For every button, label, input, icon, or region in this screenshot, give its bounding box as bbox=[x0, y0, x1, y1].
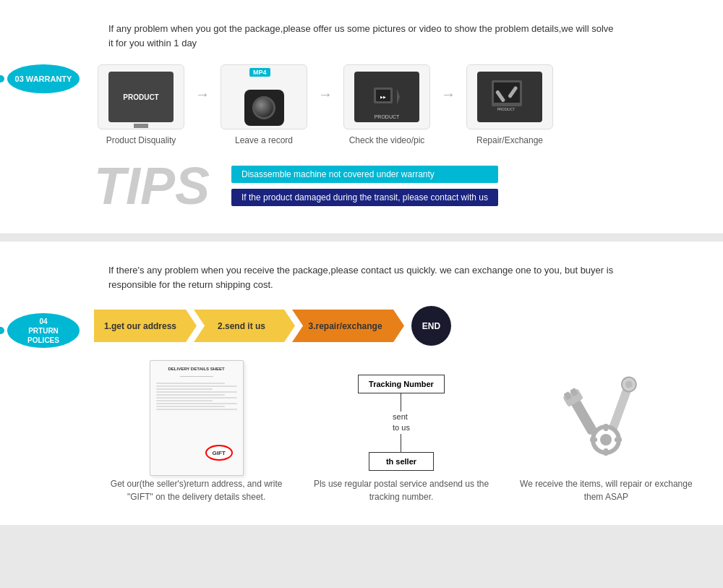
process-step-3-label: 3.repair/exchange bbox=[309, 321, 382, 331]
repair-image bbox=[548, 367, 664, 469]
sheet-subtitle: ───────────── bbox=[156, 374, 237, 378]
video-icon: ▶▶ PRODUCT bbox=[354, 72, 419, 122]
sheet-line bbox=[156, 391, 237, 393]
warranty-steps-row: PRODUCT Product Disquality → MP4 bbox=[94, 64, 557, 145]
return-badge-line2: PRTURN bbox=[28, 326, 59, 336]
step-video: ▶▶ PRODUCT Check the video/pic bbox=[340, 64, 434, 145]
delivery-sheet: DELIVERY DETAILS SHEET ───────────── bbox=[150, 360, 244, 476]
svg-text:PRODUCT: PRODUCT bbox=[497, 107, 515, 111]
product-icon-label: PRODUCT bbox=[123, 93, 158, 101]
step-repair-icon-box: PRODUCT bbox=[466, 64, 553, 129]
svg-rect-20 bbox=[590, 438, 597, 442]
step-product-icon-box: PRODUCT bbox=[98, 64, 184, 129]
end-circle: END bbox=[411, 306, 451, 346]
tools-icon: PRODUCT bbox=[477, 72, 542, 122]
return-badge: 04 PRTURN POLICES bbox=[7, 313, 80, 348]
sheet-line bbox=[156, 400, 213, 401]
video-product-label: PRODUCT bbox=[375, 114, 400, 119]
tips-boxes: Disassemble machine not covered under wa… bbox=[231, 166, 498, 206]
sheet-line bbox=[156, 385, 237, 387]
warranty-badge-text: 03 WARRANTY bbox=[15, 74, 72, 83]
tracking-number-box: Tracking Number bbox=[358, 375, 445, 393]
process-step-2: 2.send it us bbox=[194, 310, 295, 342]
step-camera-icon-box: MP4 bbox=[221, 64, 307, 129]
camera-icon: MP4 bbox=[235, 68, 293, 126]
arrow-1: → bbox=[195, 86, 210, 103]
return-section: If there's any problem when you receive … bbox=[0, 242, 723, 525]
delivery-sheet-image: DELIVERY DETAILS SHEET ───────────── bbox=[139, 367, 254, 469]
track-line-1 bbox=[401, 393, 401, 412]
tracking-left: sent to us th seller bbox=[354, 393, 448, 471]
sheet-line bbox=[156, 406, 225, 407]
tips-section: TIPS Disassemble machine not covered und… bbox=[94, 160, 498, 212]
step-video-icon-box: ▶▶ PRODUCT bbox=[343, 64, 430, 129]
return-intro-text: If there's any problem when you receive … bbox=[0, 256, 723, 306]
tip-1: Disassemble machine not covered under wa… bbox=[231, 166, 498, 183]
step-product-label: Product Disquality bbox=[106, 135, 176, 145]
repair-svg bbox=[559, 375, 653, 461]
process-row: 1.get our address 2.send it us 3.repair/… bbox=[94, 306, 709, 346]
warranty-steps-container: PRODUCT Product Disquality → MP4 bbox=[94, 64, 723, 212]
screwdriver-group bbox=[606, 375, 638, 433]
seller-box: th seller bbox=[369, 452, 434, 471]
warranty-body: 03 WARRANTY PRODUCT Product Disquality → bbox=[0, 64, 723, 212]
svg-rect-21 bbox=[615, 438, 622, 442]
warranty-label: 03 WARRANTY bbox=[0, 64, 94, 93]
sheet-line bbox=[156, 394, 225, 396]
repair-item: We receive the items, will repair or exc… bbox=[511, 367, 701, 503]
sent-label: sent to us bbox=[393, 412, 410, 434]
return-badge-line3: POLICES bbox=[27, 336, 59, 345]
tracking-caption: Pls use regular postal service andsend u… bbox=[306, 477, 496, 503]
step-repair: PRODUCT Repair/Exchange bbox=[463, 64, 557, 145]
svg-rect-18 bbox=[604, 424, 608, 431]
sheet-line bbox=[156, 397, 237, 399]
track-line-2 bbox=[401, 434, 401, 452]
svg-marker-1 bbox=[397, 89, 400, 105]
process-step-2-label: 2.send it us bbox=[218, 321, 265, 331]
warranty-badge: 03 WARRANTY bbox=[7, 64, 80, 93]
sheet-line bbox=[156, 403, 237, 404]
tip-2: If the product damaged during the transi… bbox=[231, 189, 498, 206]
sheet-title: DELIVERY DETAILS SHEET bbox=[156, 367, 237, 371]
mp4-badge: MP4 bbox=[249, 68, 270, 77]
tracking-flow: sent to us th seller bbox=[354, 393, 448, 471]
step-video-label: Check the video/pic bbox=[349, 135, 425, 145]
tracking-image: Tracking Number sent to us th seller bbox=[343, 367, 459, 469]
repair-tools-icon bbox=[559, 375, 653, 461]
process-step-1: 1.get our address bbox=[94, 310, 197, 342]
tracking-diagram: Tracking Number sent to us th seller bbox=[354, 375, 448, 471]
delivery-caption: Get our(the seller's)return address, and… bbox=[101, 477, 291, 503]
step-repair-label: Repair/Exchange bbox=[476, 135, 543, 145]
sheet-line bbox=[156, 383, 225, 384]
svg-point-17 bbox=[600, 434, 612, 446]
camera-lens bbox=[252, 96, 275, 119]
sheet-line bbox=[156, 388, 213, 390]
process-step-3: 3.repair/exchange bbox=[292, 310, 404, 342]
svg-rect-19 bbox=[604, 448, 608, 456]
sheet-lines bbox=[156, 383, 237, 410]
video-svg: ▶▶ bbox=[372, 86, 401, 108]
illustrations-row: DELIVERY DETAILS SHEET ───────────── bbox=[94, 367, 709, 503]
step-camera-label: Leave a record bbox=[235, 135, 293, 145]
tips-title: TIPS bbox=[94, 160, 210, 212]
warranty-intro-text: If any problem when you got the package,… bbox=[0, 14, 723, 64]
step-product: PRODUCT Product Disquality bbox=[94, 64, 188, 145]
tools-svg: PRODUCT bbox=[490, 79, 530, 115]
arrow-3: → bbox=[441, 86, 455, 103]
return-badge-num: 04 bbox=[39, 317, 47, 326]
return-label: 04 PRTURN POLICES bbox=[0, 306, 94, 348]
end-label: END bbox=[422, 321, 440, 331]
repair-caption: We receive the items, will repair or exc… bbox=[511, 477, 701, 503]
svg-text:▶▶: ▶▶ bbox=[380, 95, 386, 99]
tracking-item: Tracking Number sent to us th seller bbox=[306, 367, 496, 503]
camera-body bbox=[244, 90, 284, 126]
product-icon: PRODUCT bbox=[108, 72, 174, 122]
arrow-2: → bbox=[318, 86, 333, 103]
return-body: 04 PRTURN POLICES 1.get our address 2.se… bbox=[0, 306, 723, 503]
delivery-sheet-item: DELIVERY DETAILS SHEET ───────────── bbox=[101, 367, 291, 503]
warranty-section: If any problem when you got the package,… bbox=[0, 0, 723, 234]
gift-badge: GIFT bbox=[205, 445, 233, 461]
return-content: 1.get our address 2.send it us 3.repair/… bbox=[94, 306, 723, 503]
process-step-1-label: 1.get our address bbox=[104, 321, 176, 331]
step-camera: MP4 Leave a record bbox=[217, 64, 311, 145]
